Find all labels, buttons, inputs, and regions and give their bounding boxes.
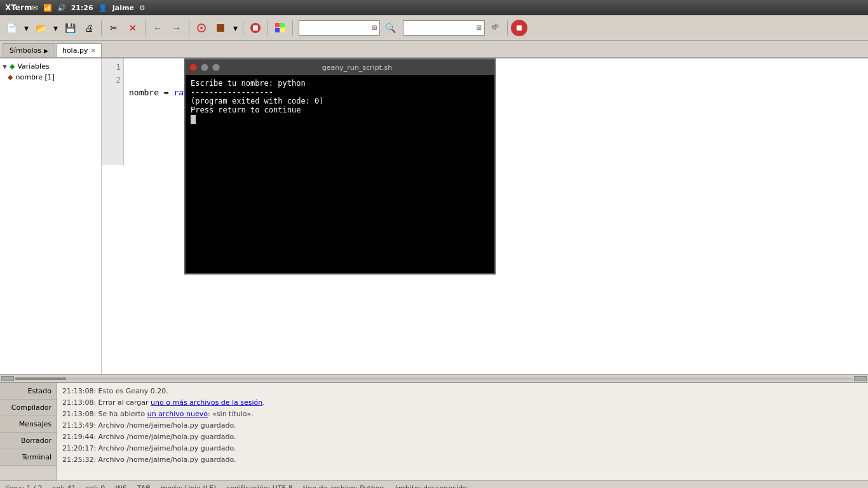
link-archivo-nuevo[interactable]: un archivo nuevo xyxy=(147,410,208,418)
clear-search2-icon[interactable]: ⊠ xyxy=(476,24,481,31)
pref1-button[interactable] xyxy=(193,19,210,37)
power-icon: ⚙ xyxy=(139,4,146,12)
link-archivos[interactable]: uno o más archivos de la sesión xyxy=(151,398,262,407)
sep2 xyxy=(145,20,146,36)
line-num-2: 2 xyxy=(104,74,121,86)
symbols-tab[interactable]: Símbolos ▶ xyxy=(3,43,55,57)
search-box-2: ⊠ xyxy=(403,20,484,36)
terminal-max-btn[interactable] xyxy=(212,64,220,71)
status-sel: sel: 0 xyxy=(86,484,105,488)
sidebar-item-nombre[interactable]: ◆ nombre [1] xyxy=(5,72,101,83)
scroll-track[interactable] xyxy=(15,377,853,380)
terminal-line-3: ------------------ xyxy=(191,88,489,97)
replace-button[interactable] xyxy=(486,19,504,37)
svg-rect-8 xyxy=(280,28,285,32)
svg-point-1 xyxy=(200,27,203,29)
clock: 21:26 xyxy=(71,4,93,12)
editor-area[interactable]: 1 2 nombre = raw_input('Escribe tu nombr… xyxy=(102,58,868,374)
terminal-window: geany_run_script.sh Escribe tu nombre: p… xyxy=(184,58,496,274)
sep3 xyxy=(189,20,189,36)
color-button[interactable] xyxy=(271,19,289,37)
scroll-right-btn[interactable] xyxy=(854,376,867,381)
sep6 xyxy=(292,20,293,36)
file-tab-close[interactable]: ✕ xyxy=(90,47,95,54)
terminal-body[interactable]: Escribe tu nombre: python --------------… xyxy=(186,75,494,273)
close-file-button[interactable]: ✕ xyxy=(124,19,142,37)
pref2-button[interactable] xyxy=(212,19,229,37)
sidebar-variables-items: ◆ nombre [1] xyxy=(0,72,101,83)
log-line-7: 21:25:32: Archivo /home/jaime/hola.py gu… xyxy=(62,454,863,466)
tab-mensajes[interactable]: Mensajes xyxy=(0,416,57,433)
variables-label: Variables xyxy=(17,62,49,71)
print-button[interactable]: 🖨 xyxy=(80,19,98,37)
status-col: col: 41 xyxy=(53,484,76,488)
horizontal-scrollbar[interactable] xyxy=(0,374,868,382)
scroll-left-btn[interactable] xyxy=(1,376,14,381)
log-line-5: 21:19:44: Archivo /home/jaime/hola.py gu… xyxy=(62,431,863,443)
new-arrow[interactable]: ▾ xyxy=(22,19,31,37)
terminal-min-btn[interactable] xyxy=(201,64,208,71)
save-button[interactable]: 💾 xyxy=(61,19,79,37)
tab-compilador[interactable]: Compilador xyxy=(0,400,57,416)
status-ins: INS xyxy=(115,484,126,488)
undo-button[interactable]: ← xyxy=(149,19,166,37)
search-input-2[interactable] xyxy=(406,24,476,32)
item-icon: ◆ xyxy=(8,73,13,81)
tab-bar: Símbolos ▶ hola.py ✕ xyxy=(0,41,868,58)
variables-icon: ◆ xyxy=(10,62,15,71)
bottom-content: 21:13:08: Esto es Geany 0.20. 21:13:08: … xyxy=(57,383,868,480)
volume-icon: 🔊 xyxy=(57,4,66,12)
terminal-line-4: (program exited with code: 0) xyxy=(191,97,489,105)
find-button[interactable]: 🔍 xyxy=(381,19,399,37)
line-num-1: 1 xyxy=(104,61,121,74)
run-button[interactable] xyxy=(511,20,527,36)
status-bar: línea: 1 / 2 col: 41 sel: 0 INS TAB mode… xyxy=(0,480,868,488)
log-line-4: 21:13:49: Archivo /home/jaime/hola.py gu… xyxy=(62,420,863,431)
main-area: ▼ ◆ Variables ◆ nombre [1] 1 2 nombre = … xyxy=(0,58,868,374)
new-button[interactable]: 📄 xyxy=(3,19,20,37)
pref2-arrow[interactable]: ▾ xyxy=(231,19,240,37)
stop-button[interactable] xyxy=(247,19,264,37)
wifi-icon: 📶 xyxy=(43,4,52,12)
svg-rect-7 xyxy=(275,28,280,32)
tab-estado[interactable]: Estado xyxy=(0,383,57,400)
line-numbers: 1 2 xyxy=(102,58,124,165)
svg-rect-2 xyxy=(217,24,224,32)
log-line-6: 21:20:17: Archivo /home/jaime/hola.py gu… xyxy=(62,443,863,454)
log-line-2: 21:13:08: Error al cargar uno o más arch… xyxy=(62,397,863,409)
sep5 xyxy=(268,20,268,36)
sidebar-arrow[interactable]: ▶ xyxy=(44,48,48,54)
status-line: línea: 1 / 2 xyxy=(5,484,43,488)
sep4 xyxy=(243,20,243,36)
toolbar: 📄 ▾ 📂 ▾ 💾 🖨 ✂ ✕ ← → ▾ ⊠ 🔍 ⊠ xyxy=(0,15,868,41)
open-arrow[interactable]: ▾ xyxy=(51,19,60,37)
sidebar-item-label: nombre [1] xyxy=(15,73,55,81)
tab-terminal[interactable]: Terminal xyxy=(0,449,57,466)
terminal-close-btn[interactable] xyxy=(189,64,197,71)
tab-borrador[interactable]: Borrador xyxy=(0,433,57,449)
sep7 xyxy=(507,20,508,36)
open-button[interactable]: 📂 xyxy=(32,19,50,37)
clear-search-icon[interactable]: ⊠ xyxy=(372,24,377,31)
tree-collapse-arrow: ▼ xyxy=(3,64,7,70)
symbols-tab-label: Símbolos xyxy=(10,46,41,55)
sidebar: ▼ ◆ Variables ◆ nombre [1] xyxy=(0,58,102,374)
svg-rect-5 xyxy=(275,23,280,27)
search-input-1[interactable] xyxy=(302,24,372,32)
title-bar: XTerm ✉ 📶 🔊 21:26 👤 Jaime ⚙ xyxy=(0,0,868,15)
file-tab-hola[interactable]: hola.py ✕ xyxy=(57,43,102,57)
app-title: XTerm xyxy=(5,3,32,12)
bottom-panel: Estado Compilador Mensajes Borrador Term… xyxy=(0,382,868,480)
status-filetype: tipo de archivo: Python xyxy=(303,484,384,488)
bottom-tabs: Estado Compilador Mensajes Borrador Term… xyxy=(0,383,57,480)
status-encoding: codificación: UTF-8 xyxy=(226,484,293,488)
log-line-1: 21:13:08: Esto es Geany 0.20. xyxy=(62,386,863,397)
cut-button[interactable]: ✂ xyxy=(105,19,123,37)
terminal-line-6 xyxy=(191,114,489,124)
username: Jaime xyxy=(112,4,134,12)
sep1 xyxy=(101,20,102,36)
scroll-thumb[interactable] xyxy=(15,377,66,380)
log-line-3: 21:13:08: Se ha abierto un archivo nuevo… xyxy=(62,409,863,420)
redo-button[interactable]: → xyxy=(168,19,186,37)
sidebar-variables-group[interactable]: ▼ ◆ Variables xyxy=(0,61,101,72)
